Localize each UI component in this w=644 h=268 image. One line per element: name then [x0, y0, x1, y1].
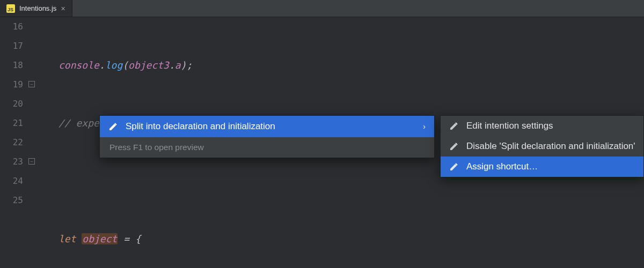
line-number: 24 [0, 172, 23, 191]
intention-popup: Split into declaration and initializatio… [99, 115, 435, 158]
fold-toggle-icon[interactable]: − [28, 158, 35, 165]
intention-item-label: Split into declaration and initializatio… [126, 121, 275, 132]
submenu-item[interactable]: Disable 'Split declaration and initializ… [441, 136, 643, 157]
fold-column: − − [30, 17, 37, 268]
intention-submenu: Edit intention settingsDisable 'Split de… [440, 115, 644, 177]
submenu-item-label: Edit intention settings [466, 121, 553, 131]
line-number: 20 [0, 94, 23, 114]
submenu-item[interactable]: Assign shortcut… [441, 157, 643, 177]
code-line[interactable]: let object = { [58, 229, 204, 249]
tab-title: Intentions.js [19, 4, 56, 12]
intention-icon [449, 121, 459, 131]
intention-icon [449, 142, 459, 151]
intention-hint: Press F1 to open preview [100, 137, 434, 158]
line-number: 22 [0, 133, 23, 152]
selected-identifier: object [82, 233, 118, 244]
intention-icon [449, 162, 459, 172]
intention-item-split-declaration[interactable]: Split into declaration and initializatio… [100, 116, 434, 137]
line-number: 18 [0, 56, 23, 75]
line-number: 21 [0, 114, 23, 133]
line-number: 23 [0, 152, 23, 172]
line-number: 19 [0, 75, 23, 94]
line-number: 16 [0, 17, 23, 36]
intention-icon [108, 122, 118, 131]
submenu-item-label: Assign shortcut… [466, 161, 538, 172]
submenu-item[interactable]: Edit intention settings [441, 116, 643, 136]
line-number-gutter: 16171819202122232425 [0, 17, 30, 268]
line-number: 17 [0, 36, 23, 56]
tab-intentions-js[interactable]: JS Intentions.js × [0, 0, 72, 17]
tab-bar: JS Intentions.js × [0, 0, 644, 17]
code-line[interactable] [58, 172, 204, 191]
submenu-item-label: Disable 'Split declaration and initializ… [466, 141, 635, 152]
close-icon[interactable]: × [61, 5, 65, 12]
fold-toggle-icon[interactable]: − [28, 81, 35, 87]
js-file-icon: JS [6, 4, 15, 13]
line-number: 25 [0, 191, 23, 210]
code-line[interactable]: console.log(object3.a); [58, 56, 204, 75]
chevron-right-icon: › [423, 122, 426, 131]
